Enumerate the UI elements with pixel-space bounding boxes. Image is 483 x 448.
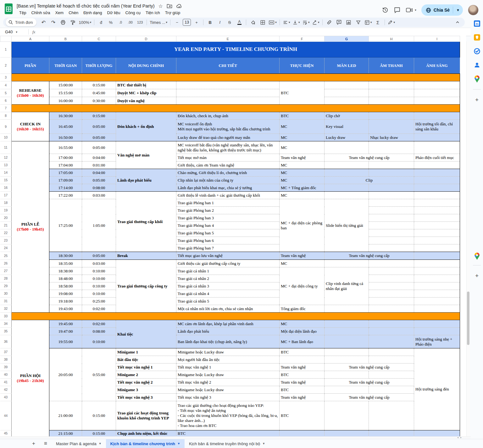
row-header-24[interactable]: 24 [0,244,12,252]
row-header-26[interactable]: 26 [0,260,12,267]
cell-H14[interactable] [369,169,414,177]
row-header-20[interactable]: 20 [0,214,12,222]
search-menus-button[interactable]: Trình đơn [6,18,36,26]
cell-E44[interactable]: Trao các giải thưởng cho hoạt động phong… [176,401,280,430]
cell-I23[interactable] [414,237,460,244]
cell-C5[interactable]: 0:45:00 [82,89,116,97]
cell-H28[interactable] [369,275,414,282]
row-header-35[interactable]: 35 [0,328,12,335]
cell-D43[interactable]: Tiết mục văn nghệ 3 [116,394,176,401]
cell-D8[interactable]: Đón khách + ổn định [116,112,176,141]
cell-F39[interactable]: Team văn nghệ [280,363,325,371]
cell-E29[interactable]: Trao giải cá nhân 3 [176,282,280,290]
cell-G38[interactable] [325,356,369,363]
cell-H35[interactable] [369,328,414,335]
cell-G18[interactable]: Slide hiển thị từng giải [325,199,369,252]
decrease-font-size-button[interactable]: − [172,19,182,26]
cell-E16[interactable]: Lãnh đạo phát biểu khai mạc, chia sẻ ý t… [176,184,280,192]
cell-H19[interactable] [369,207,414,214]
cell-B18[interactable]: 17:25:00 [49,199,82,252]
row-header-31[interactable]: 31 [0,298,12,305]
column-header-A[interactable]: A [12,36,49,42]
merge-cells-button[interactable]: ▾ [268,19,278,26]
cell-C31[interactable]: 0:25:00 [82,298,116,305]
cell-E14[interactable]: Chào mừng, Giới thiệu lí do, chương trìn… [176,169,280,177]
format-currency-button[interactable]: đ [96,19,106,26]
horizontal-align-button[interactable]: ▾ [282,19,291,26]
cell-B35[interactable]: 19:47:00 [49,328,82,335]
cell-D45[interactable]: Chụp ảnh lưu niệm, kết thúc [116,430,176,437]
cell-C34[interactable]: 0:02:00 [82,320,116,328]
star-icon[interactable]: ☆ [158,3,163,9]
cell-C37[interactable]: 0:55:00 [82,348,116,401]
cell-E8[interactable]: Đón khách, check in, chụp ảnh [176,112,280,120]
insert-chart-button[interactable] [344,19,353,26]
row-header-9[interactable]: 9 [0,120,12,134]
cell-F10[interactable]: MC [280,134,325,141]
cell-B28[interactable]: 18:48:00 [49,275,82,282]
cell-G43[interactable]: Team văn nghệ cung cấp [325,394,414,401]
cell-B6[interactable]: 16:00:00 [49,97,82,105]
cell-D4[interactable]: BTC thử thiết bị [116,81,176,89]
cell-E36[interactable]: Ban lãnh đạo khai tiệc (chụp ảnh, nâng l… [176,335,280,348]
paint-format-button[interactable] [68,19,77,26]
cell-H6[interactable] [369,97,414,105]
cell-F12[interactable]: Team văn nghệ [280,154,325,161]
cell-F15[interactable]: MC [280,177,325,184]
text-color-button[interactable]: A [235,19,244,26]
cell-I17[interactable] [414,192,460,199]
doc-title[interactable]: [Base.vn] Template kế hoạch tổ chức tiệc… [17,3,155,8]
cloud-status-icon[interactable] [176,4,182,8]
cell-I35[interactable] [414,328,460,335]
avatar[interactable] [468,5,479,15]
cell-H42[interactable] [369,386,414,394]
cell-E11[interactable]: MC voiceoff bắt đầu (văn nghệ standby sẵ… [176,141,280,154]
meet-camera-icon[interactable]: ▾ [406,7,416,13]
bold-button[interactable]: B [205,19,215,26]
cell-D44[interactable]: Trao giải các hoạt động trong khuôn khổ … [116,401,176,430]
cell-G17[interactable] [325,192,369,199]
text-rotation-button[interactable]: ▾ [311,19,320,26]
table-header-G[interactable]: MÀN LED [325,57,369,74]
cell-G40[interactable] [325,371,369,379]
italic-button[interactable]: I [215,19,225,26]
all-sheets-button[interactable]: ≡ [40,439,52,448]
column-header-E[interactable]: E [176,36,280,42]
row-header-38[interactable]: 38 [0,356,12,363]
cell-F36[interactable]: MC + Ban lãnh đạo [280,335,325,348]
cell-F37[interactable]: BTC [280,348,325,356]
print-button[interactable] [58,19,68,26]
cell-I28[interactable] [414,275,460,282]
cell-I21[interactable] [414,222,460,229]
cell-E45[interactable]: BTC [176,430,280,437]
cell-E37[interactable]: Minigame hoặc Lucky draw [176,348,280,356]
cell-F45[interactable] [280,430,325,437]
cell-E41[interactable]: Tiết mục văn nghệ 2 [176,379,280,386]
cell-I31[interactable] [414,298,460,305]
cell-F40[interactable]: BTC [280,371,325,379]
row-header-21[interactable]: 21 [0,222,12,229]
cell-B10[interactable]: 16:50:00 [49,134,82,141]
cell-H11[interactable] [369,141,414,154]
column-header-G[interactable]: G [325,36,369,42]
cell-B27[interactable]: 18:38:00 [49,267,82,275]
cell-D42[interactable]: Minigame 3 [116,386,176,394]
tab-truyen-thong-noi-bo[interactable]: Kịch bản & timeline truyền thông nội bộ▼ [185,439,269,448]
table-header-E[interactable]: CHI TIẾT [176,57,280,74]
cell-I19[interactable] [414,207,460,214]
cell-B11[interactable]: 16:55:00 [49,141,82,154]
cell-H27[interactable] [369,267,414,275]
orange-band-row-7[interactable] [12,105,460,112]
cell-G6[interactable] [325,97,369,105]
decrease-decimals-button[interactable]: .0 [116,19,125,26]
cell-H31[interactable] [369,298,414,305]
tasks-icon[interactable] [474,48,480,55]
table-header-F[interactable]: THỰC HIỆN [280,57,325,74]
row-header-25[interactable]: 25 [0,252,12,260]
cell-F11[interactable]: MC [280,141,325,154]
cell-H5[interactable] [369,89,414,97]
cell-B25[interactable]: 18:30:00 [49,252,82,260]
cell-B17[interactable]: 17:22:00 [49,192,82,199]
cell-C13[interactable]: 0:01:00 [82,161,116,169]
cell-G26[interactable] [325,260,369,267]
